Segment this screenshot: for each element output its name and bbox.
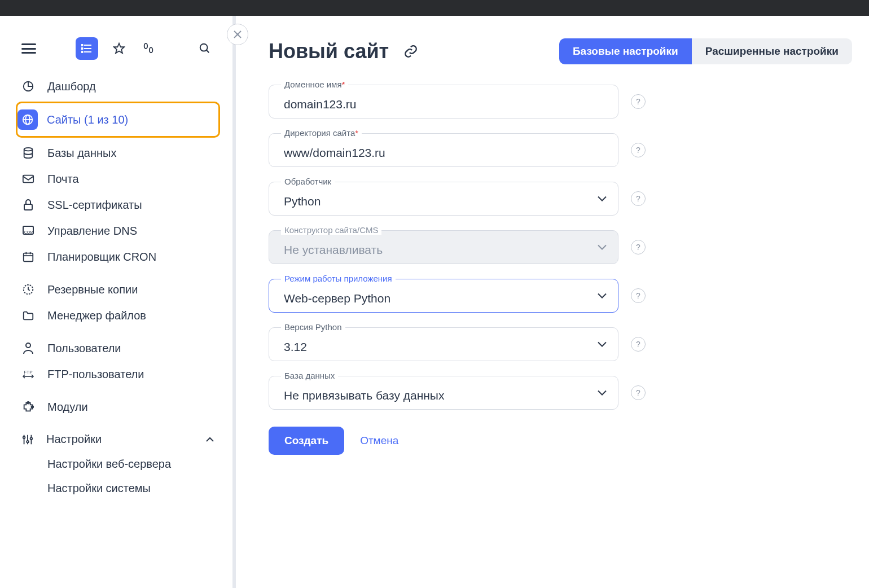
sidebar-sub-webserver[interactable]: Настройки веб-сервера bbox=[5, 452, 231, 476]
svg-point-33 bbox=[23, 436, 25, 438]
folder-icon bbox=[21, 309, 35, 322]
sidebar-item-settings[interactable]: Настройки bbox=[5, 427, 231, 452]
svg-point-3 bbox=[81, 45, 83, 46]
window-topbar bbox=[0, 0, 869, 16]
svg-point-35 bbox=[30, 437, 33, 440]
sidebar-label: Базы данных bbox=[47, 147, 116, 160]
sidebar-item-users[interactable]: Пользователи bbox=[5, 335, 231, 361]
sidebar-label: SSL-сертификаты bbox=[47, 199, 142, 212]
sidebar-sub-system[interactable]: Настройки системы bbox=[5, 476, 231, 501]
link-icon[interactable] bbox=[403, 44, 418, 59]
sidebar-label: Управление DNS bbox=[47, 225, 137, 238]
sidebar-item-modules[interactable]: Модули bbox=[5, 394, 231, 420]
directory-label: Директория сайта* bbox=[281, 128, 362, 138]
sidebar-item-databases[interactable]: Базы данных bbox=[5, 140, 231, 166]
svg-point-9 bbox=[200, 44, 208, 51]
cancel-button[interactable]: Отмена bbox=[360, 435, 398, 447]
svg-marker-6 bbox=[114, 43, 124, 53]
pyversion-label: Версия Python bbox=[281, 322, 345, 332]
create-button[interactable]: Создать bbox=[269, 427, 344, 455]
domain-label: Доменное имя* bbox=[281, 80, 348, 89]
directory-input[interactable] bbox=[284, 146, 590, 160]
svg-text:.COM: .COM bbox=[23, 230, 33, 234]
user-icon bbox=[21, 341, 35, 355]
sidebar-item-cron[interactable]: Планировщик CRON bbox=[5, 244, 231, 270]
sidebar-item-sites[interactable]: Сайты (1 из 10) bbox=[17, 103, 218, 136]
pyversion-value: 3.12 bbox=[284, 340, 307, 354]
sidebar-label: Резервные копии bbox=[47, 283, 138, 296]
svg-text:FTP: FTP bbox=[24, 370, 32, 375]
handler-field[interactable]: Обработчик Python bbox=[269, 182, 618, 216]
sidebar-item-ftp[interactable]: FTP FTP-пользователи bbox=[5, 361, 231, 387]
tab-basic[interactable]: Базовые настройки bbox=[559, 38, 692, 64]
sidebar-label: Почта bbox=[47, 173, 79, 186]
handler-label: Обработчик bbox=[281, 177, 335, 186]
sidebar-highlight-frame: Сайты (1 из 10) bbox=[16, 102, 220, 138]
cms-label: Конструктор сайта/CMS bbox=[281, 225, 381, 235]
handler-value: Python bbox=[284, 195, 321, 208]
svg-rect-16 bbox=[23, 175, 33, 183]
sidebar-label: Менеджер файлов bbox=[47, 309, 146, 322]
sidebar-label: Модули bbox=[47, 401, 88, 414]
help-icon[interactable]: ? bbox=[631, 143, 646, 157]
cms-field: Конструктор сайта/CMS Не устанавливать bbox=[269, 230, 618, 264]
appmode-value: Web-сервер Python bbox=[284, 292, 390, 305]
sidebar-label: FTP-пользователи bbox=[47, 368, 144, 381]
sidebar-label: Планировщик CRON bbox=[47, 251, 156, 264]
sidebar-label: Сайты (1 из 10) bbox=[47, 113, 128, 126]
sidebar-label: Пользователи bbox=[47, 342, 121, 355]
svg-point-15 bbox=[24, 148, 33, 151]
sliders-icon bbox=[21, 433, 34, 446]
help-icon[interactable]: ? bbox=[631, 385, 646, 400]
database-field[interactable]: База данных Не привязывать базу данных bbox=[269, 376, 618, 410]
main-panel: Новый сайт Базовые настройки Расширенные… bbox=[236, 16, 869, 588]
database-icon bbox=[21, 146, 35, 160]
sidebar-item-filemanager[interactable]: Менеджер файлов bbox=[5, 302, 231, 328]
domain-field[interactable]: Доменное имя* bbox=[269, 85, 618, 119]
help-icon[interactable]: ? bbox=[631, 240, 646, 254]
help-icon[interactable]: ? bbox=[631, 191, 646, 206]
svg-point-8 bbox=[150, 47, 153, 52]
chevron-up-icon bbox=[205, 437, 214, 442]
sidebar-label: Дашборд bbox=[47, 80, 96, 93]
calendar-icon bbox=[21, 250, 35, 264]
globe-icon bbox=[17, 109, 38, 130]
domain-input[interactable] bbox=[284, 98, 590, 111]
database-label: База данных bbox=[281, 371, 338, 380]
search-icon[interactable] bbox=[196, 40, 213, 57]
hamburger-menu-icon[interactable] bbox=[21, 43, 36, 54]
close-panel-icon[interactable] bbox=[227, 24, 248, 45]
sidebar-item-dashboard[interactable]: Дашборд bbox=[5, 73, 231, 99]
svg-point-34 bbox=[27, 440, 29, 442]
svg-line-10 bbox=[207, 50, 209, 53]
svg-point-25 bbox=[26, 343, 30, 348]
svg-rect-17 bbox=[24, 204, 32, 210]
directory-field[interactable]: Директория сайта* bbox=[269, 133, 618, 167]
sidebar-item-backups[interactable]: Резервные копии bbox=[5, 277, 231, 302]
ftp-icon: FTP bbox=[21, 367, 35, 381]
svg-point-7 bbox=[144, 43, 147, 49]
page-title: Новый сайт bbox=[269, 40, 389, 63]
star-icon[interactable] bbox=[111, 40, 128, 57]
list-view-icon[interactable] bbox=[76, 37, 98, 60]
restore-icon bbox=[21, 283, 35, 296]
sidebar-item-dns[interactable]: .COM Управление DNS bbox=[5, 218, 231, 244]
tab-advanced[interactable]: Расширенные настройки bbox=[692, 38, 852, 64]
sidebar-scrollbar[interactable] bbox=[232, 16, 236, 588]
appmode-label: Режим работы приложения bbox=[281, 274, 396, 283]
database-value: Не привязывать базу данных bbox=[284, 389, 444, 402]
mail-icon bbox=[21, 172, 35, 186]
appmode-field[interactable]: Режим работы приложения Web-сервер Pytho… bbox=[269, 279, 618, 313]
svg-point-4 bbox=[81, 48, 83, 50]
dns-icon: .COM bbox=[21, 224, 35, 238]
help-icon[interactable]: ? bbox=[631, 94, 646, 109]
svg-point-5 bbox=[81, 51, 83, 53]
help-icon[interactable]: ? bbox=[631, 288, 646, 303]
sidebar-item-mail[interactable]: Почта bbox=[5, 166, 231, 192]
pyversion-field[interactable]: Версия Python 3.12 bbox=[269, 327, 618, 361]
help-icon[interactable]: ? bbox=[631, 337, 646, 352]
sidebar-item-ssl[interactable]: SSL-сертификаты bbox=[5, 192, 231, 218]
footsteps-icon[interactable] bbox=[140, 40, 157, 57]
cms-value: Не устанавливать bbox=[284, 243, 383, 257]
sidebar-label: Настройки bbox=[46, 433, 102, 446]
